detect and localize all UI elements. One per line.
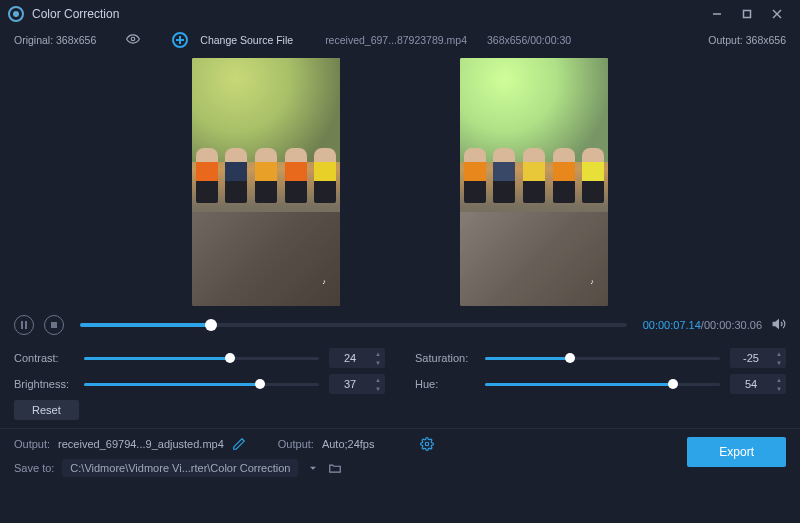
original-dimensions-label: Original: 368x656	[14, 34, 96, 46]
spin-up-icon[interactable]: ▲	[772, 349, 786, 358]
playback-controls: 00:00:07.14/00:00:30.06	[0, 310, 800, 340]
bottom-panel: Output: received_69794...9_adjusted.mp4 …	[0, 428, 800, 485]
source-bar: Original: 368x656 Change Source File rec…	[0, 28, 800, 52]
hue-spinbox[interactable]: 54▲▼	[730, 374, 786, 394]
spin-up-icon[interactable]: ▲	[371, 375, 385, 384]
output-file-label: Output:	[14, 438, 50, 450]
svg-rect-1	[744, 11, 751, 18]
contrast-spinbox[interactable]: 24▲▼	[329, 348, 385, 368]
volume-icon[interactable]	[772, 317, 786, 333]
close-button[interactable]	[762, 4, 792, 24]
hue-row: Hue: 54▲▼	[415, 374, 786, 394]
output-file-name: received_69794...9_adjusted.mp4	[58, 438, 224, 450]
contrast-slider[interactable]	[84, 357, 319, 360]
brightness-label: Brightness:	[14, 378, 74, 390]
source-filename: received_697...87923789.mp4	[325, 34, 467, 46]
svg-point-4	[132, 37, 136, 41]
current-time: 00:00:07.14	[643, 319, 701, 331]
saturation-row: Saturation: -25▲▼	[415, 348, 786, 368]
reset-button[interactable]: Reset	[14, 400, 79, 420]
contrast-label: Contrast:	[14, 352, 74, 364]
maximize-button[interactable]	[732, 4, 762, 24]
adjustment-sliders: Contrast: 24▲▼ Saturation: -25▲▼ Brightn…	[0, 340, 800, 398]
saturation-slider[interactable]	[485, 357, 720, 360]
source-fileinfo: 368x656/00:00:30	[487, 34, 571, 46]
watermark-icon: ♪	[582, 278, 602, 292]
brightness-slider[interactable]	[84, 383, 319, 386]
spin-down-icon[interactable]: ▼	[371, 358, 385, 367]
total-time: /00:00:30.06	[701, 319, 762, 331]
add-source-icon[interactable]	[172, 32, 188, 48]
spin-down-icon[interactable]: ▼	[371, 384, 385, 393]
save-path-dropdown-icon[interactable]	[306, 461, 320, 475]
svg-marker-5	[773, 320, 778, 328]
watermark-icon: ♪	[314, 278, 334, 292]
adjusted-preview: ♪	[460, 58, 608, 306]
save-path-field[interactable]: C:\Vidmore\Vidmore Vi...rter\Color Corre…	[62, 459, 298, 477]
preview-area: ♪ ♪	[0, 52, 800, 310]
contrast-row: Contrast: 24▲▼	[14, 348, 385, 368]
preview-toggle-icon[interactable]	[126, 32, 140, 48]
pause-button[interactable]	[14, 315, 34, 335]
original-preview: ♪	[192, 58, 340, 306]
stop-button[interactable]	[44, 315, 64, 335]
open-folder-icon[interactable]	[328, 461, 342, 475]
brightness-row: Brightness: 37▲▼	[14, 374, 385, 394]
spin-up-icon[interactable]: ▲	[371, 349, 385, 358]
output-dimensions-label: Output: 368x656	[708, 34, 786, 46]
output-settings-icon[interactable]	[420, 437, 434, 451]
saturation-spinbox[interactable]: -25▲▼	[730, 348, 786, 368]
saturation-label: Saturation:	[415, 352, 475, 364]
hue-slider[interactable]	[485, 383, 720, 386]
change-source-button[interactable]: Change Source File	[200, 34, 293, 46]
spin-down-icon[interactable]: ▼	[772, 384, 786, 393]
timeline-slider[interactable]	[80, 323, 627, 327]
output-format-label: Output:	[278, 438, 314, 450]
brightness-spinbox[interactable]: 37▲▼	[329, 374, 385, 394]
timecode: 00:00:07.14/00:00:30.06	[643, 319, 762, 331]
hue-label: Hue:	[415, 378, 475, 390]
spin-up-icon[interactable]: ▲	[772, 375, 786, 384]
titlebar: Color Correction	[0, 0, 800, 28]
app-logo-icon	[8, 6, 24, 22]
export-button[interactable]: Export	[687, 437, 786, 467]
save-to-label: Save to:	[14, 462, 54, 474]
edit-output-name-icon[interactable]	[232, 437, 246, 451]
spin-down-icon[interactable]: ▼	[772, 358, 786, 367]
svg-point-6	[426, 442, 430, 446]
minimize-button[interactable]	[702, 4, 732, 24]
output-format-value: Auto;24fps	[322, 438, 375, 450]
window-title: Color Correction	[32, 7, 119, 21]
